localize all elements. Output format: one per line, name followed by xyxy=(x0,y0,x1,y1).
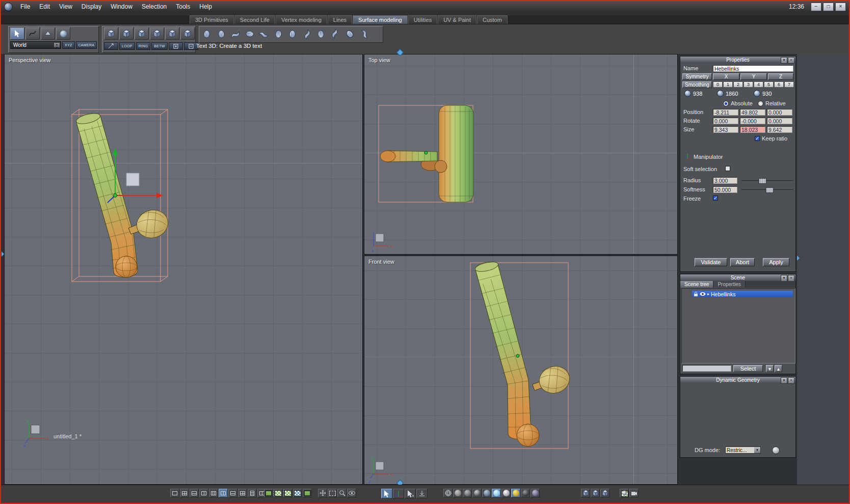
layout-3v-button[interactable] xyxy=(209,489,218,497)
tab-vertex-modeling[interactable]: Vertex modeling xyxy=(276,15,327,24)
layout-2v-button[interactable] xyxy=(199,489,208,497)
surface-tool-4-button[interactable] xyxy=(243,27,256,41)
top-viewport[interactable]: z x Top view xyxy=(364,54,678,255)
mode-shell-button[interactable] xyxy=(165,27,179,40)
keep-ratio-checkbox[interactable]: ✓ xyxy=(755,136,760,141)
curve-tool-button[interactable] xyxy=(25,27,40,40)
shading-white-button[interactable] xyxy=(501,489,511,497)
shading-material-button[interactable] xyxy=(511,489,520,497)
size-y-input[interactable] xyxy=(740,126,765,133)
smoothing-level-0[interactable]: 0 xyxy=(713,81,723,88)
shading-dark-button[interactable] xyxy=(521,489,530,497)
grid-snap-button[interactable] xyxy=(303,489,312,497)
dg-sphere-button[interactable] xyxy=(772,446,780,454)
model-hebellinks-front[interactable] xyxy=(364,256,677,484)
render-preview-button[interactable] xyxy=(620,489,629,497)
smoothing-level-1[interactable]: 1 xyxy=(723,81,733,88)
visibility-eye-icon[interactable] xyxy=(700,292,706,296)
surface-tool-1-button[interactable] xyxy=(200,27,214,41)
properties-close-icon[interactable]: × xyxy=(788,57,794,64)
dg-mode-dropdown[interactable]: Restric... ▾ xyxy=(725,446,761,454)
surface-tool-2-button[interactable] xyxy=(215,27,228,41)
size-z-input[interactable] xyxy=(767,126,792,133)
mode-points-button[interactable] xyxy=(119,27,134,40)
expander-icon[interactable]: ▸ xyxy=(707,292,709,296)
relative-radio[interactable] xyxy=(758,101,763,106)
dg-panel-titlebar[interactable]: Dynamic Geometry ▾ × xyxy=(680,377,795,383)
menu-edit[interactable]: Edit xyxy=(35,2,55,11)
properties-collapse-icon[interactable]: ▾ xyxy=(781,57,787,64)
mode-object-button[interactable] xyxy=(104,27,118,40)
shading-smooth-button[interactable] xyxy=(463,489,472,497)
layout-quad-button[interactable] xyxy=(180,489,189,497)
surface-tool-10-button[interactable] xyxy=(329,27,342,41)
scene-down-icon[interactable]: ▾ xyxy=(766,365,774,372)
rotate-x-input[interactable] xyxy=(713,118,738,124)
maximize-button[interactable]: □ xyxy=(823,3,834,11)
shading-smooth-wire-button[interactable] xyxy=(472,489,482,497)
loop-button[interactable]: LOOP xyxy=(119,42,135,50)
left-splitter-arrow[interactable] xyxy=(2,251,7,257)
tab-utilities[interactable]: Utilities xyxy=(408,15,437,24)
mode-faces-button[interactable] xyxy=(150,27,164,40)
shading-shaded-button[interactable] xyxy=(482,489,491,497)
smoothing-level-7[interactable]: 7 xyxy=(784,81,794,88)
paint-select-button[interactable] xyxy=(104,42,118,50)
tab-lines[interactable]: Lines xyxy=(328,15,352,24)
dg-close-icon[interactable]: × xyxy=(788,377,794,384)
sphere-tool-button[interactable] xyxy=(56,27,70,40)
scene-tree-item-hebellinks[interactable]: ▸ Hebellinks xyxy=(692,291,793,297)
menu-view[interactable]: View xyxy=(55,2,77,11)
layout-2p1-button[interactable] xyxy=(228,489,237,497)
world-selector[interactable]: World ▲▼ xyxy=(10,41,61,49)
perspective-viewport[interactable]: y x z untitled_1 * Perspective view xyxy=(4,54,363,485)
softness-slider-handle[interactable] xyxy=(766,187,774,193)
plane-tool-button[interactable] xyxy=(41,27,55,40)
grid-edit-button[interactable] xyxy=(264,489,273,497)
camera-button[interactable]: CAMERA xyxy=(76,41,97,49)
scene-up-icon[interactable]: ▴ xyxy=(775,365,782,372)
scene-panel-titlebar[interactable]: Scene ▾ × xyxy=(680,274,795,281)
softness-input[interactable] xyxy=(713,186,737,193)
dg-mode-dropdown-arrow-icon[interactable]: ▾ xyxy=(754,447,760,453)
layout-1p3-button[interactable] xyxy=(238,489,247,497)
shading-ghost-button[interactable] xyxy=(530,489,540,497)
model-hebellinks-top[interactable] xyxy=(364,54,677,254)
position-z-input[interactable] xyxy=(767,109,792,116)
position-y-input[interactable] xyxy=(740,109,765,116)
front-viewport[interactable]: y x z Front view xyxy=(364,256,678,485)
surface-tool-7-button[interactable] xyxy=(286,27,299,41)
menu-help[interactable]: Help xyxy=(195,2,217,11)
drop-to-ground-button[interactable] xyxy=(416,489,428,498)
world-spinner-icon[interactable]: ▲▼ xyxy=(54,42,60,48)
smoothing-button[interactable]: Smoothing xyxy=(682,81,712,88)
properties-panel-titlebar[interactable]: Properties ▾ × xyxy=(680,57,795,63)
ring-button[interactable]: RING xyxy=(136,42,151,50)
position-x-input[interactable] xyxy=(713,109,738,116)
menu-file[interactable]: File xyxy=(16,2,35,11)
pan-view-button[interactable] xyxy=(318,489,327,497)
menu-tools[interactable]: Tools xyxy=(171,2,195,11)
layout-1p2-button[interactable] xyxy=(219,489,228,497)
layout-2h-button[interactable] xyxy=(190,489,199,497)
size-x-input[interactable] xyxy=(713,126,738,133)
mode-all-button[interactable] xyxy=(180,27,195,40)
tab-uv-paint[interactable]: UV & Paint xyxy=(438,15,476,24)
surface-tool-8-button[interactable] xyxy=(300,27,313,41)
select-move-button[interactable] xyxy=(381,489,392,498)
zoom-button[interactable] xyxy=(337,489,347,497)
grow-selection-button[interactable] xyxy=(169,42,183,50)
text-3d-tool-button[interactable] xyxy=(357,27,370,41)
betw-button[interactable]: BETW xyxy=(151,42,167,50)
close-button[interactable]: × xyxy=(835,3,846,11)
surface-tool-11-button[interactable] xyxy=(343,27,356,41)
tab-second-life[interactable]: Second Life xyxy=(234,15,275,24)
surface-tool-6-button[interactable] xyxy=(272,27,285,41)
smoothing-level-3[interactable]: 3 xyxy=(743,81,753,88)
show-boxes-button[interactable] xyxy=(581,489,590,497)
symmetry-button[interactable]: Symmetry xyxy=(682,73,712,80)
show-group-button[interactable] xyxy=(600,489,609,497)
xyz-button[interactable]: XYZ xyxy=(62,41,75,49)
freeze-checkbox[interactable]: ✓ xyxy=(713,195,718,201)
symmetry-x-button[interactable]: X xyxy=(713,73,739,80)
